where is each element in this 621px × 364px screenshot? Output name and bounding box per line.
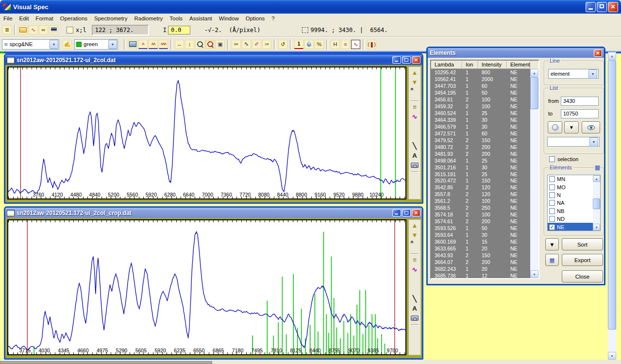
element-list-item-mo[interactable]: MO: [548, 183, 600, 191]
profile-window-icon[interactable]: ∿: [29, 25, 38, 34]
edit-window-icon[interactable]: ▣: [216, 40, 225, 49]
scroll-down-icon[interactable]: ▼: [608, 352, 616, 360]
continuum-icon[interactable]: ∿: [410, 265, 420, 274]
element-row[interactable]: 3515.191125NE: [431, 171, 530, 178]
scroll-up-icon[interactable]: ▲: [410, 68, 420, 77]
app-title-bar[interactable]: Visual Spec: [0, 0, 621, 14]
element-row[interactable]: 3682.243120NE: [431, 265, 530, 272]
lock-icon[interactable]: [410, 90, 420, 99]
line-type-select[interactable]: element ▼: [548, 69, 599, 79]
document-title-bar[interactable]: sn2012aw-20120521.172-ui_2col.dat: [5, 55, 422, 65]
scroll-up-icon[interactable]: ▲: [410, 221, 420, 230]
coord-checkbox[interactable]: [67, 27, 73, 33]
column-header[interactable]: Element: [507, 61, 530, 69]
scroll-down-icon[interactable]: ▼: [410, 231, 420, 239]
shift-profile-icon[interactable]: ↔: [175, 40, 184, 49]
chevron-down-icon[interactable]: ▼: [108, 40, 117, 49]
element-row[interactable]: 3498.064125NE: [431, 157, 530, 164]
element-row[interactable]: 3466.579130NE: [431, 123, 530, 130]
checkbox-icon[interactable]: [549, 208, 555, 214]
elements-table-scrollbar[interactable]: ▲ ▼: [530, 69, 538, 278]
menu-spectrometry[interactable]: Spectrometry: [91, 15, 131, 22]
line-draw-icon[interactable]: ╲: [410, 142, 420, 150]
element-row[interactable]: 3459.322100NE: [431, 103, 530, 110]
element-row[interactable]: 3574.182100NE: [431, 211, 530, 218]
element-row[interactable]: 3643.932150NE: [431, 252, 530, 259]
element-list-item-na[interactable]: NA: [548, 199, 600, 207]
unzoom-icon[interactable]: [205, 40, 215, 49]
chevron-down-icon[interactable]: ▼: [50, 40, 58, 49]
element-row[interactable]: 3557.82120NE: [431, 191, 530, 198]
saved-list-select[interactable]: ▼: [547, 137, 600, 147]
intensity-field[interactable]: 0.0: [168, 26, 190, 34]
three-peaks-icon[interactable]: ΛΛΛ: [159, 40, 168, 49]
sort-button[interactable]: Sort: [562, 238, 603, 250]
ratio-icon[interactable]: %: [315, 40, 324, 49]
restore-button[interactable]: [597, 2, 607, 12]
checkbox-icon[interactable]: [549, 200, 555, 206]
display-profile-icon[interactable]: [128, 40, 137, 49]
spectrum-plot[interactable]: 3715403043454660497552905605592062356550…: [7, 219, 406, 355]
selection-zone-icon[interactable]: [302, 27, 308, 33]
zoom-icon[interactable]: [195, 40, 204, 49]
element-list-item-mn[interactable]: MN: [548, 175, 600, 183]
element-row[interactable]: 3456.612100NE: [431, 96, 530, 103]
spectrum-plot[interactable]: 3760412044804840520055605920628066407000…: [7, 66, 406, 199]
element-row[interactable]: 3568.52250NE: [431, 204, 530, 211]
speaker-icon[interactable]: (❚): [367, 40, 376, 49]
camera-icon[interactable]: [410, 314, 420, 322]
undo-profile-icon[interactable]: ↺: [278, 40, 287, 49]
element-row[interactable]: 3479.522150NE: [431, 137, 530, 144]
element-list-item-ne[interactable]: ✓NE: [548, 223, 600, 231]
doc-minimize-button[interactable]: [392, 56, 401, 64]
element-row[interactable]: 3481.932200NE: [431, 150, 530, 157]
element-row[interactable]: 10295.421800NE: [431, 69, 530, 76]
gradient-icon[interactable]: [410, 132, 420, 140]
to-input[interactable]: 10750: [561, 109, 599, 118]
minimize-button[interactable]: [586, 2, 596, 12]
text-label-icon[interactable]: A: [410, 304, 420, 313]
lock-icon[interactable]: [410, 243, 420, 251]
equalize-icon[interactable]: =: [410, 256, 420, 264]
scrollbar-thumb[interactable]: [593, 199, 600, 209]
element-list-scrollbar[interactable]: ▲ ▼: [593, 175, 600, 231]
element-row[interactable]: 3472.571160NE: [431, 130, 530, 137]
insert-lines-button[interactable]: ▼: [564, 121, 579, 133]
close-elements-button[interactable]: Close: [562, 270, 603, 282]
element-row[interactable]: 3520.4721150NE: [431, 178, 530, 184]
doc-close-button[interactable]: [412, 56, 420, 64]
elements-close-icon[interactable]: ✕: [594, 50, 602, 57]
element-row[interactable]: 3460.524125NE: [431, 110, 530, 116]
elements-title-bar[interactable]: Elements ✕: [428, 48, 604, 58]
cursor-position-field[interactable]: 122 ; 3672.: [92, 25, 149, 35]
scrollbar-thumb[interactable]: [530, 77, 538, 109]
view-lines-button[interactable]: [582, 121, 600, 133]
checkbox-icon[interactable]: [549, 216, 555, 222]
element-row[interactable]: 3454.195150NE: [431, 89, 530, 96]
from-input[interactable]: 3430: [561, 97, 599, 106]
checkbox-icon[interactable]: [549, 176, 555, 182]
element-row[interactable]: 3464.339130NE: [431, 116, 530, 123]
checkbox-icon[interactable]: [549, 156, 555, 162]
export-button[interactable]: Export: [562, 254, 603, 266]
suggest-lamp-button[interactable]: [548, 121, 562, 133]
overlay-icon[interactable]: ≡: [341, 40, 350, 49]
element-row[interactable]: 3542.852120NE: [431, 184, 530, 191]
checkbox-icon[interactable]: [549, 192, 555, 198]
elements-table[interactable]: LambdaIonIntensityElement 10295.421800NE…: [430, 60, 539, 279]
select-zone-icon[interactable]: [410, 275, 420, 283]
equalize-icon[interactable]: =: [410, 103, 420, 111]
select-zone-icon[interactable]: [410, 122, 420, 131]
menu-operations[interactable]: Operations: [57, 15, 91, 22]
element-row[interactable]: 3501.216130NE: [431, 164, 530, 171]
menu-edit[interactable]: Edit: [16, 15, 33, 22]
mdi-vertical-scrollbar[interactable]: ▲ ▼: [608, 52, 616, 360]
color-select[interactable]: green▼: [74, 39, 118, 50]
binoculars-icon[interactable]: ∞: [39, 25, 48, 34]
scrollbar-thumb[interactable]: [608, 60, 616, 330]
element-row[interactable]: 10562.4112000NE: [431, 76, 530, 83]
comb-icon[interactable]: ✂: [232, 40, 241, 49]
palette-icon[interactable]: [410, 174, 420, 182]
menu-tools[interactable]: Tools: [166, 15, 186, 22]
column-header[interactable]: Lambda: [431, 61, 462, 69]
